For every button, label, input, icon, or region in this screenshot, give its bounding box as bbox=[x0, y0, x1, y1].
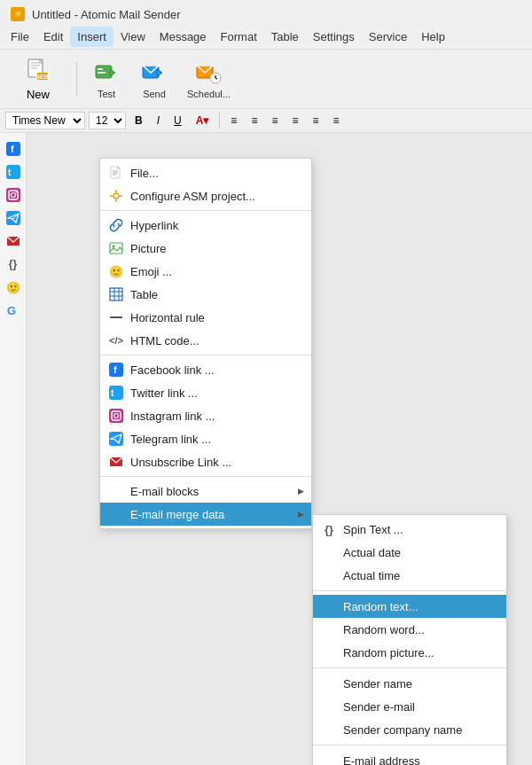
menu-item-picture[interactable]: Picture bbox=[100, 237, 311, 260]
submenu-actual-time[interactable]: Actual time bbox=[313, 564, 506, 587]
test-icon bbox=[92, 59, 121, 87]
send-button[interactable]: Send bbox=[132, 55, 176, 103]
sidebar-telegram[interactable] bbox=[4, 209, 22, 227]
menu-insert[interactable]: Insert bbox=[70, 27, 113, 47]
submenu-spin-text[interactable]: {} Spin Text ... bbox=[313, 518, 506, 541]
menu-item-configure[interactable]: Configure ASM project... bbox=[100, 184, 311, 207]
menu-item-hr[interactable]: Horizontal rule bbox=[100, 306, 311, 329]
svg-text:NEW: NEW bbox=[35, 74, 51, 80]
random-picture-label: Random picture... bbox=[343, 646, 434, 660]
align-center-button[interactable]: ≡ bbox=[246, 112, 262, 129]
config-icon bbox=[109, 189, 123, 203]
svg-rect-1 bbox=[31, 62, 40, 64]
send-icon bbox=[140, 59, 168, 87]
instagram-label: Instagram link ... bbox=[130, 410, 215, 423]
menu-message[interactable]: Message bbox=[153, 27, 214, 47]
submenu-random-text[interactable]: Random text... bbox=[313, 595, 506, 618]
menu-item-file[interactable]: File... bbox=[100, 161, 311, 184]
svg-rect-9 bbox=[98, 68, 103, 70]
menu-file[interactable]: File bbox=[4, 27, 36, 47]
menu-item-unsubscribe[interactable]: Unsubscribe Link ... bbox=[100, 450, 311, 473]
submenu-email-address[interactable]: E-mail address bbox=[313, 749, 506, 765]
menu-item-email-merge[interactable]: E-mail merge data bbox=[100, 503, 311, 526]
twitter-label: Twitter link ... bbox=[130, 386, 198, 400]
actual-date-label: Actual date bbox=[343, 546, 401, 559]
test-label: Test bbox=[98, 89, 115, 99]
picture-label: Picture bbox=[130, 242, 166, 255]
submenu-sender-email[interactable]: Sender e-mail bbox=[313, 695, 506, 718]
submenu-sender-company[interactable]: Sender company name bbox=[313, 718, 506, 741]
hr-label: Horizontal rule bbox=[130, 311, 205, 324]
svg-text:f: f bbox=[113, 364, 117, 375]
italic-button[interactable]: I bbox=[152, 112, 165, 129]
new-button[interactable]: NEW New bbox=[7, 53, 69, 105]
menu-item-email-blocks[interactable]: E-mail blocks bbox=[100, 480, 311, 503]
sidebar-google[interactable]: G bbox=[4, 301, 22, 319]
curly-icon: {} bbox=[322, 522, 336, 536]
actual-date-icon bbox=[322, 545, 336, 559]
menu-edit[interactable]: Edit bbox=[36, 27, 70, 47]
menu-settings[interactable]: Settings bbox=[306, 27, 362, 47]
menu-item-instagram[interactable]: Instagram link ... bbox=[100, 404, 311, 427]
actual-time-icon bbox=[322, 568, 336, 582]
emoji-label: Emoji ... bbox=[130, 265, 172, 278]
svg-point-37 bbox=[113, 193, 119, 199]
menu-item-facebook[interactable]: f Facebook link ... bbox=[100, 358, 311, 381]
sidebar-twitter[interactable]: t bbox=[4, 163, 22, 181]
email-merge-label: E-mail merge data bbox=[130, 508, 224, 521]
sender-company-label: Sender company name bbox=[343, 723, 462, 737]
title-text: Untitled - Atomic Mail Sender bbox=[32, 8, 181, 21]
list-ul-button[interactable]: ≡ bbox=[307, 112, 324, 129]
sidebar-emoji[interactable]: 🙂 bbox=[4, 278, 22, 296]
font-color-button[interactable]: A▾ bbox=[191, 112, 215, 129]
sidebar-instagram[interactable] bbox=[4, 186, 22, 204]
menu-item-html[interactable]: </> HTML code... bbox=[100, 329, 311, 352]
sidebar-curly[interactable]: {} bbox=[4, 255, 22, 273]
emoji-icon: 🙂 bbox=[109, 264, 123, 278]
test-button[interactable]: Test bbox=[84, 55, 129, 103]
underline-button[interactable]: U bbox=[168, 112, 187, 129]
menu-item-emoji[interactable]: 🙂 Emoji ... bbox=[100, 260, 311, 283]
svg-point-26 bbox=[15, 191, 17, 193]
file-label: File... bbox=[130, 167, 159, 180]
svg-text:G: G bbox=[7, 304, 16, 317]
bold-button[interactable]: B bbox=[129, 112, 148, 129]
svg-rect-3 bbox=[31, 67, 37, 69]
font-family-select[interactable]: Times New R... bbox=[5, 112, 85, 129]
submenu-actual-date[interactable]: Actual date bbox=[313, 541, 506, 564]
schedule-button[interactable]: Schedul... bbox=[180, 55, 238, 103]
menu-help[interactable]: Help bbox=[414, 27, 452, 47]
sidebar-email[interactable] bbox=[4, 232, 22, 250]
align-justify-button[interactable]: ≡ bbox=[286, 112, 303, 129]
submenu-sender-name[interactable]: Sender name bbox=[313, 672, 506, 695]
svg-rect-44 bbox=[110, 288, 122, 301]
sidebar-facebook[interactable]: f bbox=[4, 140, 22, 158]
sender-email-label: Sender e-mail bbox=[343, 700, 415, 714]
submenu-random-word[interactable]: Random word... bbox=[313, 618, 506, 641]
menu-format[interactable]: Format bbox=[214, 27, 264, 47]
menu-item-telegram[interactable]: Telegram link ... bbox=[100, 427, 311, 450]
tg-icon bbox=[109, 432, 123, 446]
merge-submenu: {} Spin Text ... Actual date Actual time… bbox=[312, 514, 507, 765]
align-right-button[interactable]: ≡ bbox=[266, 112, 283, 129]
menu-item-hyperlink[interactable]: Hyperlink bbox=[100, 214, 311, 237]
spin-text-label: Spin Text ... bbox=[343, 523, 403, 536]
align-left-button[interactable]: ≡ bbox=[225, 112, 242, 129]
menu-item-table[interactable]: Table bbox=[100, 283, 311, 306]
menu-item-twitter[interactable]: t Twitter link ... bbox=[100, 381, 311, 404]
unsub-icon bbox=[109, 455, 123, 469]
table-icon bbox=[109, 287, 123, 301]
font-size-select[interactable]: 12 bbox=[89, 112, 126, 129]
sender-name-label: Sender name bbox=[343, 677, 412, 691]
html-label: HTML code... bbox=[130, 334, 200, 347]
sender-email-icon bbox=[322, 699, 336, 714]
schedule-label: Schedul... bbox=[187, 89, 231, 99]
sender-name-icon bbox=[322, 676, 336, 691]
menu-service[interactable]: Service bbox=[362, 27, 414, 47]
menu-view[interactable]: View bbox=[113, 27, 153, 47]
list-ol-button[interactable]: ≡ bbox=[327, 112, 344, 129]
schedule-icon bbox=[194, 59, 223, 87]
submenu-random-picture[interactable]: Random picture... bbox=[313, 641, 506, 664]
menu-table[interactable]: Table bbox=[264, 27, 306, 47]
ig-icon bbox=[109, 409, 123, 423]
